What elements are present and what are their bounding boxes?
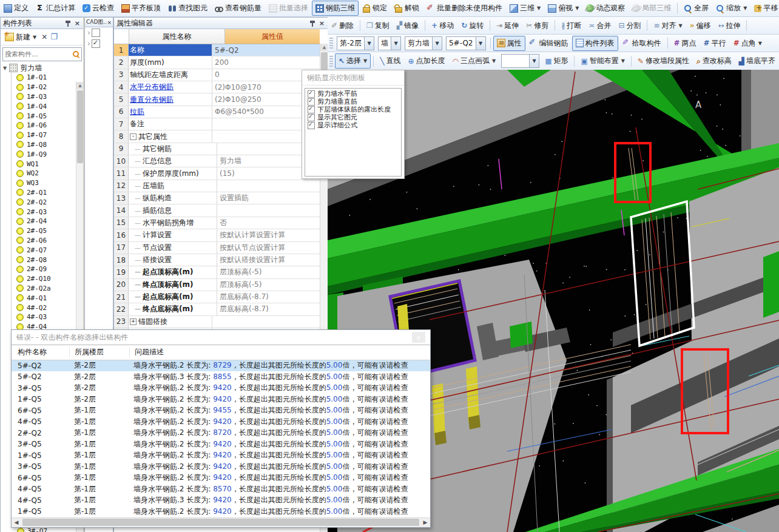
property-row[interactable]: 13 纵筋构造 设置插筋: [114, 192, 328, 204]
error-component-name[interactable]: 3#-Q5: [12, 384, 69, 392]
tree-item[interactable]: 2#-Q4: [1, 217, 84, 226]
tree-item[interactable]: 1#-Q4: [1, 101, 84, 111]
toolbar-button[interactable]: 三维 ▼: [506, 1, 544, 16]
property-row[interactable]: 16 计算设置 按默认计算设置计算: [114, 229, 328, 241]
toolbar-button[interactable]: 墙底平齐 ▼: [735, 53, 779, 69]
property-row[interactable]: 7 备注: [114, 118, 328, 130]
scroll-left-icon[interactable]: ◀: [12, 519, 21, 525]
toolbar-button[interactable]: 移动 ▼: [428, 18, 457, 33]
toolbar-button[interactable]: 智能布置 ▼: [577, 53, 629, 69]
property-row[interactable]: 10 汇总信息 剪力墙: [114, 155, 328, 167]
toolbar-button[interactable]: 两点 ▼: [670, 36, 700, 51]
toolbar-button[interactable]: 拾取构件 ▼: [618, 36, 665, 51]
toolbar-button[interactable]: 对齐 ▼: [650, 18, 686, 33]
error-row[interactable]: 1#-Q5 第-1层 墙身水平钢筋.2 长度为: 9420，长度超出其图元所绘长…: [12, 450, 430, 462]
option-checkbox[interactable]: [308, 122, 315, 129]
expand-toggle-icon[interactable]: [130, 133, 137, 140]
property-value[interactable]: 层顶标高(-5): [217, 266, 328, 278]
toolbar-button[interactable]: 点加长度 ▼: [404, 53, 448, 69]
tree-item[interactable]: 1#-Q2: [1, 82, 84, 92]
property-value[interactable]: 按默认节点设置计算: [217, 242, 328, 254]
close-icon[interactable]: ×: [318, 19, 326, 27]
expand-icon[interactable]: ›: [87, 29, 90, 37]
delete-component-button[interactable]: ✕: [41, 33, 47, 41]
toolbar-button[interactable]: 编辑钢筋 ▼: [525, 36, 572, 51]
tree-item[interactable]: WQ1: [1, 159, 84, 169]
tree-item[interactable]: 4#-Q1: [1, 293, 84, 303]
property-row[interactable]: 5 垂直分布钢筋 (2)Φ10@250: [114, 93, 328, 106]
property-value[interactable]: 否: [217, 217, 328, 229]
option-checkbox[interactable]: [308, 106, 315, 113]
toolbar-button[interactable]: 局部三维 ▼: [629, 1, 675, 16]
rebar-display-option[interactable]: 显示详细公式: [305, 121, 401, 129]
context-dropdown[interactable]: 第-2层 ▼: [337, 36, 374, 50]
error-row[interactable]: 6#-Q5 第-1层 墙身水平钢筋.2 长度为: 9455，长度超出其图元所绘长…: [12, 405, 430, 417]
toolbar-button[interactable]: 打断 ▼: [558, 18, 585, 33]
toolbar-button[interactable]: 查改标高 ▼: [693, 53, 735, 69]
context-dropdown[interactable]: 5#-Q2 ▼: [446, 36, 486, 50]
toolbar-button[interactable]: 修改墙段属性 ▼: [634, 53, 693, 69]
property-value[interactable]: 层底标高(-8.7): [217, 291, 328, 303]
error-row[interactable]: 5#-Q2 第-2层 墙身水平钢筋.3 长度为: 8855，长度超出其图元所绘长…: [12, 371, 430, 383]
tree-item[interactable]: 1#-Q3: [1, 92, 84, 102]
property-value[interactable]: 层底标高(-8.7): [217, 303, 328, 315]
toolbar-button[interactable]: 三点画弧 ▼: [449, 53, 500, 69]
toolbar-button[interactable]: 查看钢筋量 ▼: [211, 1, 265, 16]
property-row[interactable]: 11 保护层厚度(mm) (15): [114, 167, 328, 180]
tree-item[interactable]: 2#-Q9: [1, 264, 84, 274]
error-row[interactable]: 1#-Q5 第-2层 墙身水平钢筋.2 长度为: 9420，长度超出其图元所绘长…: [12, 394, 430, 405]
option-checkbox[interactable]: [308, 90, 315, 98]
property-row[interactable]: 2 厚度(mm) 200: [114, 56, 328, 69]
tree-item[interactable]: 2#-Q2a: [1, 284, 84, 294]
collapse-icon[interactable]: ▼: [3, 66, 7, 71]
tree-item[interactable]: 2#-Q5: [1, 226, 84, 236]
property-row[interactable]: 6 拉筋 Φ6@540*500: [114, 106, 328, 118]
toolbar-button[interactable]: 俯视 ▼: [544, 1, 582, 16]
error-component-name[interactable]: 5#-Q2: [12, 372, 69, 381]
cad-layer-row[interactable]: ›: [85, 38, 113, 49]
error-row[interactable]: 5#-Q2 第-2层 墙身水平钢筋.2 长度为: 8729，长度超出其图元所绘长…: [12, 360, 430, 372]
toolbar-button[interactable]: 平齐板顶 ▼: [118, 1, 164, 16]
toolbar-button[interactable]: 平行 ▼: [700, 36, 730, 51]
property-row[interactable]: 21 起点底标高(m) 层底标高(-8.7): [114, 291, 328, 303]
error-row[interactable]: 6#-Q5 第-1层 墙身水平钢筋.2 长度为: 9420，长度超出其图元所绘长…: [12, 473, 430, 484]
layer-checkbox[interactable]: [92, 29, 100, 37]
error-component-name[interactable]: 6#-Q5: [12, 474, 69, 482]
option-checkbox[interactable]: [308, 114, 315, 121]
property-row[interactable]: 3 轴线距左墙皮距离 0: [114, 69, 328, 81]
property-value[interactable]: [217, 180, 328, 192]
error-component-name[interactable]: 1#-Q5: [12, 451, 69, 460]
error-component-name[interactable]: 4#-Q5: [12, 417, 69, 426]
toolbar-button[interactable]: 批量选择 ▼: [265, 1, 312, 16]
property-row[interactable]: 18 搭接设置 按默认搭接设置计算: [114, 254, 328, 266]
property-row[interactable]: 22 终点底标高(m) 层底标高(-8.7): [114, 303, 328, 315]
error-component-name[interactable]: 1#-Q5: [12, 507, 69, 516]
property-row[interactable]: 1 名称 5#-Q2: [114, 44, 328, 56]
toolbar-button[interactable]: 点角 ▼: [730, 36, 766, 51]
property-value[interactable]: [212, 316, 328, 328]
error-row[interactable]: 2#-Q2 第-1层 墙身水平钢筋.2 长度为: 8720，长度超出其图元所绘长…: [12, 428, 430, 439]
error-component-name[interactable]: 3#-Q5: [12, 440, 69, 448]
error-component-name[interactable]: 5#-Q2: [12, 362, 69, 370]
toolbar-button[interactable]: 定义 ▼: [0, 1, 32, 16]
property-row[interactable]: 8 其它属性: [114, 130, 328, 143]
toolbar-button[interactable]: 修剪 ▼: [522, 18, 552, 33]
property-value[interactable]: 200: [212, 56, 328, 68]
tree-item[interactable]: WQ2: [1, 169, 84, 178]
toolbar-button[interactable]: 复制 ▼: [363, 18, 393, 33]
cad-layer-tab[interactable]: CAD图.. ×: [85, 18, 113, 27]
property-value[interactable]: 按默认计算设置计算: [217, 229, 328, 241]
context-dropdown[interactable]: 墙 ▼: [378, 36, 401, 50]
scrollbar-thumb[interactable]: [22, 519, 419, 526]
search-icon[interactable]: [73, 51, 79, 58]
option-checkbox[interactable]: [308, 98, 315, 106]
property-row[interactable]: 19 起点顶标高(m) 层顶标高(-5): [114, 266, 328, 278]
tree-item[interactable]: 1#-Q5: [1, 111, 84, 121]
tree-item[interactable]: 2#-Q2: [1, 197, 84, 207]
property-row[interactable]: 9 其它钢筋: [114, 143, 328, 155]
layer-checkbox[interactable]: [92, 39, 100, 48]
toolbar-button[interactable]: 批量删除未使用构件 ▼: [423, 1, 506, 16]
toolbar-button[interactable]: 延伸 ▼: [493, 18, 522, 33]
toolbar-button[interactable]: 直线 ▼: [376, 53, 404, 69]
property-value[interactable]: [217, 204, 328, 216]
